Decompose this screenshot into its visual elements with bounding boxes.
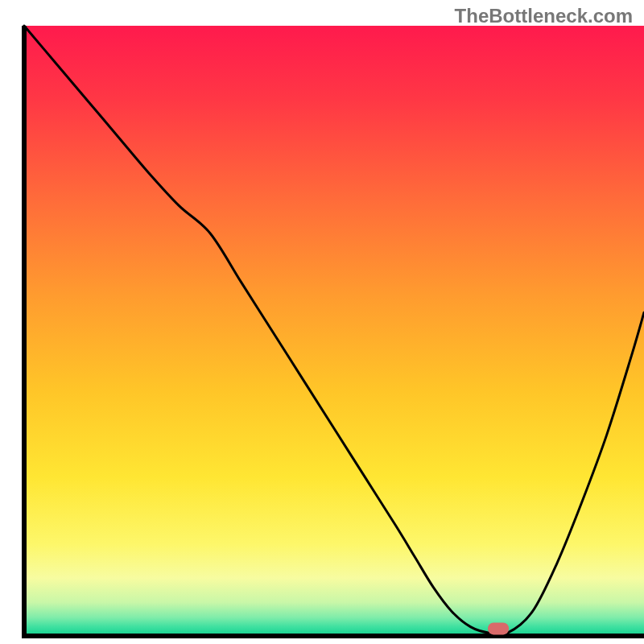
chart-background bbox=[24, 26, 644, 636]
optimal-point-marker bbox=[488, 622, 509, 634]
bottleneck-chart bbox=[0, 0, 644, 644]
chart-container: { "watermark": "TheBottleneck.com", "cha… bbox=[0, 0, 644, 644]
watermark-text: TheBottleneck.com bbox=[455, 5, 633, 27]
